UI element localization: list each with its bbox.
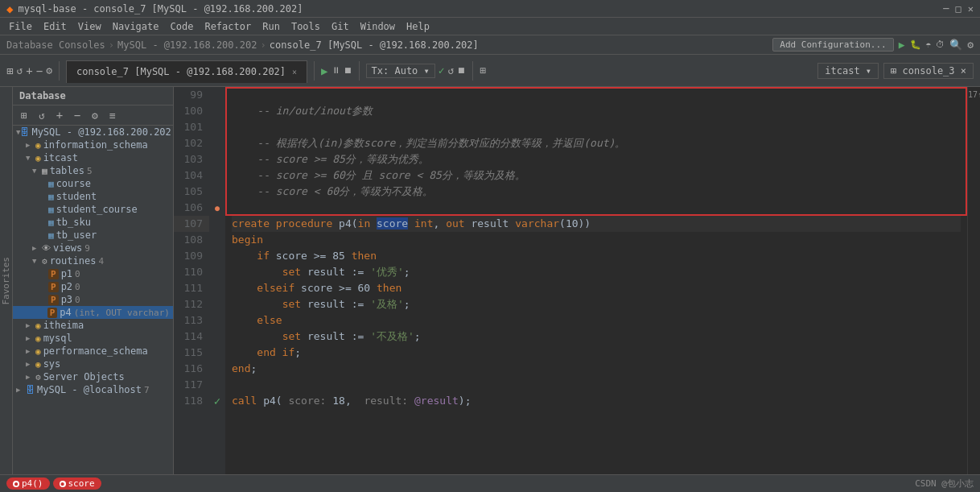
code-content[interactable]: -- in/out/inout参数 -- 根据传入(in)参数score，判定当… (225, 87, 967, 474)
code-line-101 (232, 119, 961, 135)
sidebar-item-p4[interactable]: P p4 (int, OUT varchar) (13, 306, 173, 319)
sidebar-item-course[interactable]: ▶ ▦ course (13, 177, 173, 190)
sidebar-toggle-icon[interactable]: ⊞ (6, 64, 13, 77)
sidebar-item-mysql-db[interactable]: ▶ ◉ mysql (13, 332, 173, 345)
sidebar-item-label: routines (50, 255, 97, 267)
sidebar-item-itheima[interactable]: ▶ ◉ itheima (13, 319, 173, 332)
gutter-112 (209, 296, 225, 312)
sidebar-item-student[interactable]: ▶ ▦ student (13, 190, 173, 203)
menu-edit[interactable]: Edit (38, 18, 72, 35)
proc-icon: P (47, 308, 58, 318)
favorites-strip: Favorites (0, 87, 13, 474)
favorites-label[interactable]: Favorites (0, 254, 13, 308)
menu-tools[interactable]: Tools (286, 18, 326, 35)
proc-icon: P (48, 269, 59, 279)
menu-refactor[interactable]: Refactor (199, 18, 257, 35)
sidebar-btn-refresh[interactable]: ↺ (34, 107, 50, 123)
run-icon[interactable]: ▶ (899, 39, 905, 51)
code-line-103: -- score >= 85分，等级为优秀。 (232, 151, 961, 167)
code-line-104: -- score >= 60分 且 score < 85分，等级为及格。 (232, 167, 961, 184)
sidebar-item-mysql-localhost[interactable]: ▶ 🗄 MySQL - @localhost 7 (13, 383, 173, 396)
sidebar-btn-menu[interactable]: ≡ (105, 107, 121, 123)
sidebar-item-tables[interactable]: ▼ ▦ tables 5 (13, 164, 173, 177)
menu-view[interactable]: View (72, 18, 107, 35)
minimize-button[interactable]: ─ (943, 3, 949, 14)
sidebar-item-p1[interactable]: P p1 0 (13, 267, 173, 280)
sidebar-item-label: MySQL - @localhost (37, 384, 142, 395)
p4-pill[interactable]: ● p4() (6, 478, 50, 490)
p4-pill-label: p4() (22, 478, 43, 489)
sidebar-item-performance-schema[interactable]: ▶ ◉ performance_schema (13, 345, 173, 358)
sidebar-item-label: student_course (56, 204, 138, 215)
breadcrumb-database-consoles[interactable]: Database Consoles (6, 39, 105, 51)
code-line-107: create procedure p4(in score int, out re… (232, 216, 961, 232)
run-execute-icon[interactable]: ▶ (321, 64, 327, 77)
editor-content[interactable]: 99 100 101 102 103 104 105 106 107 108 1… (174, 87, 980, 474)
itcast-dropdown[interactable]: itcast ▾ (817, 63, 879, 79)
line-num-103: 103 (174, 151, 209, 167)
code-line-111: elseif score >= 60 then (232, 280, 961, 296)
sidebar-item-views[interactable]: ▶ 👁 views 9 (13, 242, 173, 254)
run-pause-icon[interactable]: ⏸ (331, 65, 340, 76)
code-line-106 (232, 200, 961, 216)
menu-navigate[interactable]: Navigate (107, 18, 165, 35)
run-stop-icon[interactable]: ⏹ (344, 65, 352, 76)
search-icon[interactable]: 🔍 (949, 39, 962, 51)
console-3-tab[interactable]: ⊞ console_3 × (883, 63, 974, 79)
menu-run[interactable]: Run (257, 18, 286, 35)
sidebar-item-sys[interactable]: ▶ ◉ sys (13, 358, 173, 370)
sidebar-item-server-objects[interactable]: ▶ ⚙ Server Objects (13, 370, 173, 383)
table-icon: ▦ (48, 217, 54, 228)
sidebar-item-p3[interactable]: P p3 0 (13, 293, 173, 306)
line-num-101: 101 (174, 119, 209, 135)
sidebar-item-student-course[interactable]: ▶ ▦ student_course (13, 203, 173, 216)
sidebar-item-tb-sku[interactable]: ▶ ▦ tb_sku (13, 216, 173, 229)
console-tab-close[interactable]: × (292, 68, 297, 76)
arrow-icon: ▶ (26, 347, 35, 355)
menubar: File Edit View Navigate Code Refactor Ru… (0, 18, 980, 35)
sidebar-item-routines[interactable]: ▼ ⚙ routines 4 (13, 254, 173, 267)
sidebar-btn-settings[interactable]: ⚙ (87, 107, 103, 123)
gear-icon[interactable]: ⚙ (46, 64, 52, 76)
toolbar-right: itcast ▾ ⊞ console_3 × (817, 63, 974, 79)
gutter-114 (209, 329, 225, 345)
add-config-button[interactable]: Add Configuration... (772, 38, 893, 52)
debug-icon[interactable]: 🐛 (910, 39, 921, 50)
coverage-icon[interactable]: ☂ (926, 39, 932, 50)
maximize-button[interactable]: □ (956, 3, 961, 14)
tx-check-icon[interactable]: ✓ (439, 64, 445, 76)
sidebar-btn-layout[interactable]: ⊞ (16, 107, 32, 123)
sidebar-btn-remove[interactable]: − (69, 107, 85, 123)
sync-icon[interactable]: ↺ (16, 64, 23, 76)
line-num-107: 107 (174, 216, 209, 232)
sidebar-item-itcast[interactable]: ▼ ◉ itcast (13, 151, 173, 164)
arrow-icon: ▶ (16, 386, 26, 394)
code-line-105: -- score < 60分，等级为不及格。 (232, 184, 961, 200)
gutter-99 (209, 87, 225, 103)
minus-icon[interactable]: − (36, 64, 43, 77)
tx-stop-icon[interactable]: ⏹ (457, 65, 466, 76)
sidebar-item-label: p3 (61, 294, 72, 305)
menu-git[interactable]: Git (326, 18, 355, 35)
sidebar-item-p2[interactable]: P p2 0 (13, 280, 173, 293)
tx-auto-btn[interactable]: Tx: Auto ▾ (366, 64, 435, 78)
breadcrumb-mysql[interactable]: MySQL - @192.168.200.202 (117, 39, 257, 51)
tx-refresh-icon[interactable]: ↺ (448, 64, 455, 76)
sidebar-item-count: 7 (144, 385, 150, 395)
menu-code[interactable]: Code (165, 18, 200, 35)
sidebar-item-tb-user[interactable]: ▶ ▦ tb_user (13, 229, 173, 242)
menu-file[interactable]: File (3, 18, 38, 35)
menu-window[interactable]: Window (355, 18, 401, 35)
sidebar-btn-add[interactable]: + (51, 107, 68, 123)
sidebar-item-mysql-server[interactable]: ▼ 🗄 MySQL - @192.168.200.202 6 (13, 126, 173, 139)
settings-icon[interactable]: ⚙ (967, 39, 974, 51)
gutter-118: ✓ (209, 393, 225, 409)
profile-icon[interactable]: ⏱ (936, 39, 945, 50)
console-tab[interactable]: console_7 [MySQL - @192.168.200.202] × (66, 60, 307, 83)
sidebar-item-information-schema[interactable]: ▶ ◉ information_schema (13, 139, 173, 151)
menu-help[interactable]: Help (401, 18, 435, 35)
layout-icon[interactable]: ⊞ (480, 64, 486, 76)
close-button[interactable]: ✕ (968, 3, 974, 14)
add-icon[interactable]: + (26, 64, 32, 77)
score-pill[interactable]: ● score (53, 478, 101, 490)
